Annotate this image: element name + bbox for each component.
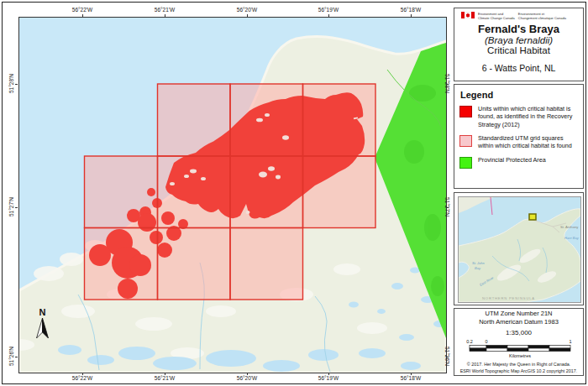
lon-label-bottom-2: 56°20'W <box>230 375 264 381</box>
inset-map-panel: St. Anthony Hare Bay St. John Bay East R… <box>454 192 584 305</box>
lon-label-bottom-4: 56°18'W <box>394 375 428 381</box>
species-latin-name: (Braya fernaldii) <box>454 35 583 45</box>
tick <box>446 84 449 85</box>
lon-label-bottom-1: 56°21'W <box>148 375 181 381</box>
canada-flag-icon <box>461 12 475 18</box>
dept-name-en: Environment andClimate Change Canada <box>478 12 515 20</box>
scale-ratio: 1:35,000 <box>506 329 532 336</box>
info-panel: UTM Zone Number 21N North American Datum… <box>454 308 584 376</box>
legend-item-label: Provincial Protected Area <box>478 156 546 164</box>
pink-swatch <box>459 135 472 147</box>
lat-label-left-1: 51°27'N <box>8 190 14 224</box>
svg-text:N: N <box>39 307 46 317</box>
lat-label-left-0: 51°28'N <box>8 67 14 101</box>
scale-bar: 0.2 0 1 Kilometres <box>456 337 582 359</box>
tick <box>165 14 165 17</box>
tick <box>15 84 18 85</box>
inset-label-st-john-bay: St. John <box>472 261 485 265</box>
site-label: 6 - Watts Point, NL <box>454 63 583 73</box>
tick <box>411 14 412 17</box>
title-panel: Environment andClimate Change Canada Env… <box>454 8 584 81</box>
tick <box>446 357 449 357</box>
tick <box>411 373 412 375</box>
government-header: Environment andClimate Change Canada Env… <box>454 8 583 20</box>
location-marker <box>529 214 536 220</box>
copyright-line-1: © 2017. Her Majesty the Queen in Right o… <box>460 362 578 368</box>
lat-label-left-2: 51°26'N <box>8 340 14 373</box>
green-swatch <box>459 157 472 169</box>
utm-zone-text: UTM Zone Number 21N <box>485 310 552 318</box>
tick <box>328 14 329 17</box>
main-map-canvas: Watts Point <box>19 18 446 373</box>
inset-label-peninsula: NORTHERN PENINSULA <box>482 296 535 300</box>
map-title: Fernald's Braya <box>454 23 583 35</box>
copyright: © 2017. Her Majesty the Queen in Right o… <box>460 362 578 374</box>
svg-text:1: 1 <box>569 339 571 344</box>
tick <box>15 207 18 208</box>
legend-heading: Legend <box>460 90 578 100</box>
map-subtitle: Critical Habitat <box>454 45 583 55</box>
legend-item-label: Units within which critical habitat is f… <box>478 105 578 128</box>
copyright-line-2: ESRI World Topographic Map ArcGIS 10.2 c… <box>460 368 578 374</box>
inset-label-st-john-bay2: Bay <box>475 266 481 270</box>
inset-label-st-anthony: St. Anthony <box>560 225 579 229</box>
lon-label-top-3: 56°19'W <box>312 7 345 13</box>
map-sheet: Watts Point <box>0 0 588 386</box>
tick <box>328 373 329 375</box>
lon-label-top-0: 56°22'W <box>66 7 99 13</box>
legend-item-utm-squares: Standardized UTM grid squares within whi… <box>459 134 578 150</box>
lon-label-top-2: 56°20'W <box>230 7 264 13</box>
datum-text: North American Datum 1983 <box>479 318 559 326</box>
tick <box>165 373 165 375</box>
lon-label-top-1: 56°21'W <box>148 7 181 13</box>
inset-label-hare-bay: Hare Bay <box>564 236 580 240</box>
tick <box>82 14 83 17</box>
tick <box>247 373 248 375</box>
tick <box>82 373 83 375</box>
scale-unit-label: Kilometres <box>509 353 531 358</box>
legend-panel: Legend Units within which critical habit… <box>454 84 584 189</box>
legend-item-label: Standardized UTM grid squares within whi… <box>478 134 578 150</box>
legend-item-habitat-units: Units within which critical habitat is f… <box>459 105 578 128</box>
lon-label-top-4: 56°18'W <box>394 7 428 13</box>
inset-map: St. Anthony Hare Bay St. John Bay East R… <box>458 196 581 303</box>
dept-name-fr: Environnement etChangement climatique Ca… <box>518 12 566 20</box>
tick <box>247 14 248 17</box>
svg-text:0: 0 <box>485 339 487 344</box>
lon-label-bottom-0: 56°22'W <box>66 375 99 381</box>
red-swatch <box>459 106 472 117</box>
main-map: Watts Point <box>18 17 447 373</box>
svg-text:0.2: 0.2 <box>466 339 473 344</box>
tick <box>446 207 449 208</box>
legend-item-protected-area: Provincial Protected Area <box>459 156 578 169</box>
tick <box>15 357 18 357</box>
lon-label-bottom-3: 56°19'W <box>312 375 345 381</box>
